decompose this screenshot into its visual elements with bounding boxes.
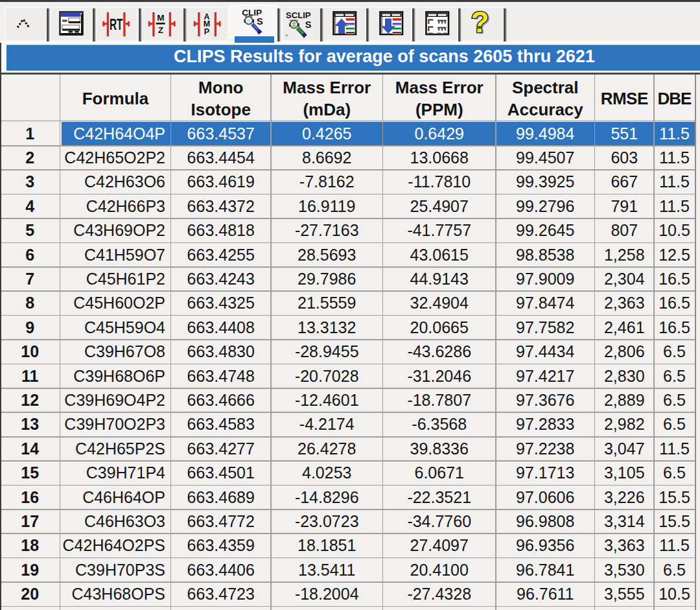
svg-text:Z: Z [158,25,163,35]
svg-text:RT: RT [110,16,123,33]
svg-text:SCLIP: SCLIP [286,10,311,20]
svg-text:M: M [157,13,164,23]
svg-text:P: P [204,27,209,36]
svg-text:S: S [257,16,263,27]
svg-text:S: S [305,19,312,30]
svg-text:?: ? [471,5,489,39]
